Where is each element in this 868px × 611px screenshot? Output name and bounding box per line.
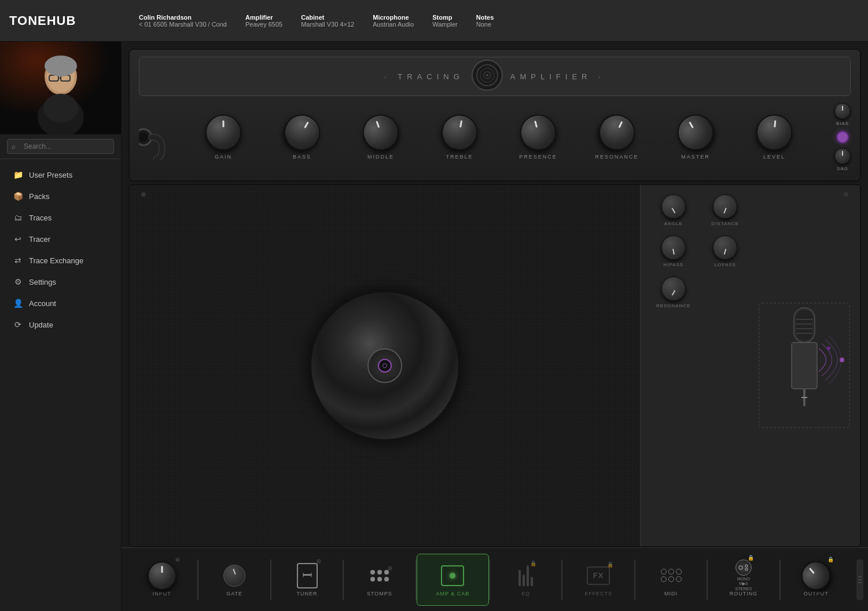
knob-treble[interactable] <box>439 112 480 153</box>
toolbar-item-routing[interactable]: 🔒 MONO M▶S <box>708 554 779 606</box>
cabinet-label: Cabinet <box>301 14 354 21</box>
knob-gain-item: GAIN <box>184 115 263 160</box>
sidebar-item-label: Tracer <box>29 235 50 244</box>
knob-resonance[interactable] <box>593 109 641 156</box>
stomp-dot <box>370 577 375 581</box>
sidebar-item-update[interactable]: ⟳ Update <box>3 314 117 335</box>
power-button[interactable] <box>836 131 849 143</box>
input-badge: ⊞ <box>175 557 180 562</box>
toolbar-item-gate[interactable]: GATE <box>198 554 270 606</box>
knob-presence[interactable] <box>516 111 560 154</box>
notes-label: Notes <box>476 14 494 21</box>
sidebar-item-tracer[interactable]: ↩ Tracer <box>3 229 117 249</box>
sidebar-nav: 📁 User Presets 📦 Packs 🗂 Traces ↩ Tracer… <box>0 159 121 611</box>
mono-stereo-label: MONO M▶S STEREO <box>735 577 752 591</box>
eq-lock-icon: 🔒 <box>530 561 536 566</box>
routing-knob[interactable] <box>735 560 752 576</box>
knob-presence-label: PRESENCE <box>519 154 557 160</box>
mic-knob-resonance[interactable] <box>661 277 686 301</box>
toolbar-item-output[interactable]: 🔒 OUTPUT <box>781 554 852 606</box>
content-area: · TRACING AMPLIFIER · <box>122 42 868 611</box>
scroll-handle[interactable] <box>856 560 863 600</box>
sag-knob[interactable] <box>834 148 851 164</box>
sidebar-item-settings[interactable]: ⚙ Settings <box>3 271 117 292</box>
sidebar-item-trace-exchange[interactable]: ⇄ Trace Exchange <box>3 250 117 271</box>
sag-control: SAG <box>834 148 851 171</box>
speaker-dot-inner <box>382 363 387 368</box>
stomp-dot <box>377 577 382 581</box>
sidebar-item-label: Update <box>29 321 53 329</box>
sidebar-item-packs[interactable]: 📦 Packs <box>3 186 117 207</box>
svg-point-29 <box>739 566 742 569</box>
svg-point-31 <box>745 568 748 570</box>
cabinet-section: ANGLE DISTANCE HIPASS <box>128 184 861 547</box>
toolbar-stomps-label: STOMPS <box>367 591 392 597</box>
amplifier-value: Peavey 6505 <box>245 21 282 28</box>
knob-level[interactable] <box>755 113 793 152</box>
gate-icon-wrap <box>222 563 247 588</box>
search-icon: ⌕ <box>12 142 16 150</box>
amplifier-info: Amplifier Peavey 6505 <box>245 14 282 28</box>
mic-hipass-label: HIPASS <box>663 262 683 267</box>
amp-head: · TRACING AMPLIFIER · <box>128 49 861 182</box>
speaker-center <box>367 348 402 383</box>
mic-knob-distance[interactable] <box>713 194 737 219</box>
toolbar-input-label: INPUT <box>153 591 171 597</box>
stomps-badge: ⊞ <box>388 565 392 571</box>
knob-treble-label: TREBLE <box>446 154 473 160</box>
knob-master[interactable] <box>671 108 720 157</box>
scroll-line <box>858 582 862 583</box>
search-input[interactable] <box>7 139 114 154</box>
mic-knobs: ANGLE DISTANCE HIPASS <box>650 194 749 537</box>
mic-knob-resonance-item: RESONANCE <box>650 277 697 308</box>
midi-circle <box>668 569 674 575</box>
knob-gain[interactable] <box>205 115 241 150</box>
mic-knob-angle[interactable] <box>661 194 686 219</box>
sidebar: ⌕ 📁 User Presets 📦 Packs 🗂 Traces ↩ Trac… <box>0 42 122 611</box>
input-knob[interactable] <box>148 561 176 590</box>
midi-circle <box>661 576 667 582</box>
gate-knob[interactable] <box>223 565 245 587</box>
mic-knob-lopass[interactable] <box>713 235 737 260</box>
midi-circle <box>676 576 682 582</box>
stomp-dot <box>377 570 382 575</box>
midi-icon-wrap <box>659 563 684 588</box>
stomp-label: Stomp <box>432 14 458 21</box>
svg-point-26 <box>840 358 844 362</box>
stomp-value: Wampler <box>432 21 458 28</box>
artist-nav[interactable]: < 01 6505 Marshall V30 / Cond <box>139 21 227 28</box>
knob-presence-item: PRESENCE <box>499 115 578 160</box>
toolbar-item-amp-cab[interactable]: AMP & CAB <box>417 554 489 606</box>
eq-bar <box>518 570 521 586</box>
toolbar-item-eq[interactable]: 🔒 EQ <box>490 554 561 606</box>
toolbar-item-stomps[interactable]: ⊞ STOMPS <box>344 554 415 606</box>
cabinet-value: Marshall V30 4×12 <box>301 21 354 28</box>
sidebar-item-user-presets[interactable]: 📁 User Presets <box>3 164 117 185</box>
tuner-icon-wrap: ⊞ 𝄩 <box>295 563 320 588</box>
amp-side-controls: BIAS SAG <box>834 103 851 171</box>
toolbar-item-input[interactable]: ⊞ INPUT <box>126 554 197 606</box>
tuning-fork-icon: 𝄩 <box>303 569 312 582</box>
knob-bass[interactable] <box>278 108 327 157</box>
traces-icon: 🗂 <box>13 212 23 223</box>
knob-middle[interactable] <box>358 109 403 155</box>
effects-icon: FX <box>587 566 610 585</box>
tuner-icon: 𝄩 <box>297 563 318 588</box>
sidebar-item-traces[interactable]: 🗂 Traces <box>3 207 117 228</box>
toolbar-item-tuner[interactable]: ⊞ 𝄩 TUNER <box>271 554 343 606</box>
sidebar-item-label: Trace Exchange <box>29 256 83 265</box>
svg-point-27 <box>827 347 830 350</box>
knobs-row: GAIN BASS MIDDLE <box>172 115 825 160</box>
toolbar-item-effects[interactable]: 🔒 FX EFFECTS <box>562 554 634 606</box>
toolbar-gate-label: GATE <box>226 591 242 597</box>
sidebar-item-label: Packs <box>29 192 49 201</box>
midi-circle <box>676 569 682 575</box>
toolbar-midi-label: MIDI <box>664 591 678 597</box>
toolbar-eq-label: EQ <box>521 591 530 597</box>
bias-knob[interactable] <box>834 103 851 119</box>
mic-knob-hipass[interactable] <box>661 235 686 260</box>
knob-treble-item: TREBLE <box>420 115 499 160</box>
sidebar-item-account[interactable]: 👤 Account <box>3 293 117 314</box>
toolbar-item-midi[interactable]: MIDI <box>635 554 707 606</box>
artist-info: Colin Richardson < 01 6505 Marshall V30 … <box>139 14 227 28</box>
